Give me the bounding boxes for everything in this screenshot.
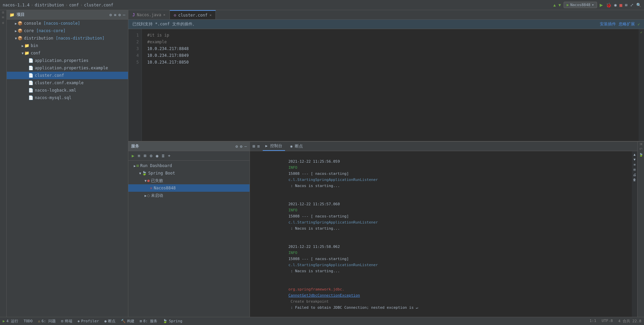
tree-label-conf-folder: conf — [31, 51, 41, 55]
close-icon-cluster-conf[interactable]: ✕ — [209, 13, 211, 17]
tree-item-app-prop[interactable]: 📄 application.properties — [7, 57, 128, 64]
breadcrumb-part2[interactable]: distribution — [35, 3, 64, 7]
tree-item-cluster-conf-example[interactable]: 📄 cluster.conf.example — [7, 79, 128, 87]
todo-label: TODO — [24, 319, 33, 323]
gutter-icon2[interactable]: ⊞ — [634, 168, 636, 171]
log-header: ⊞ ≡ ▶ 控制台 ◉ 断点 — [250, 142, 637, 151]
notification-bar: 已找到支持 *.conf 文件的插件。 安装插件 忽略扩展 ✓ — [128, 20, 644, 29]
right-icon-maven[interactable]: M — [639, 143, 643, 145]
toolbar-icon1[interactable]: ⊞ — [625, 3, 627, 7]
log-tab-breakpoints[interactable]: ◉ 断点 — [288, 142, 306, 150]
services-item-nacos8848[interactable]: ✕ Nacos8848 — [128, 184, 250, 192]
code-line-2: #example — [147, 39, 633, 45]
nacos8848-label: Nacos8848 — [154, 186, 176, 190]
nav-back-icon[interactable]: ▲ — [553, 3, 556, 7]
services-gear-icon[interactable]: ⚙ — [240, 144, 242, 149]
status-position: 1:1 — [590, 319, 596, 324]
services-toolbar-icon3[interactable]: ⚙ — [149, 153, 153, 159]
log-content[interactable]: 2021-12-22 11:25:56.059 INFO 15008 --- [… — [250, 151, 632, 317]
toolbar-icon2[interactable]: ⤢ — [630, 3, 634, 7]
tree-item-cluster-conf[interactable]: 📄 cluster.conf — [7, 72, 128, 79]
close-icon-nacos-java[interactable]: ✕ — [163, 13, 165, 17]
search-icon[interactable]: 🔍 — [636, 3, 641, 7]
stop-icon[interactable]: ■ — [619, 2, 622, 8]
services-item-not-started[interactable]: ▶ ○ 未启动 — [128, 192, 250, 199]
log-toolbar-btn1[interactable]: ⊞ — [253, 144, 255, 149]
cannot-get-jdbc-link[interactable]: CannotGetJdbcConnectionException — [288, 293, 360, 298]
run-with-coverage-icon[interactable]: ◉ — [614, 2, 617, 7]
gear-icon[interactable]: ⚙ — [119, 13, 121, 17]
sync-icon[interactable]: ⚙ — [109, 13, 112, 17]
status-profiler[interactable]: ◈ Profiler — [78, 319, 99, 323]
tree-item-app-prop-example[interactable]: 📄 application.properties.example — [7, 64, 128, 72]
tab-cluster-conf[interactable]: ⚙ cluster.conf ✕ — [170, 10, 216, 19]
scroll-up-icon[interactable]: ▲ — [634, 153, 636, 156]
status-spring[interactable]: 🍃 Spring — [163, 319, 182, 323]
log-line-4: org.springframework.jdbc. CannotGetJdbcC… — [253, 280, 629, 317]
tree-arrow-bin: ▶ — [22, 44, 24, 48]
ignore-extension-button[interactable]: 忽略扩展 — [619, 21, 635, 27]
code-area[interactable]: #it is ip #example 10.0.234.217:8848 10.… — [142, 29, 639, 141]
status-todo[interactable]: TODO — [24, 319, 33, 323]
log-tab-console[interactable]: ▶ 控制台 — [263, 142, 285, 151]
breadcrumb-part4[interactable]: cluster.conf — [84, 3, 113, 7]
tree-item-logback[interactable]: 📄 nacos-logback.xml — [7, 87, 128, 94]
services-toolbar-icon2[interactable]: ⊞ — [143, 153, 147, 159]
tree-label-app-prop-example: application.properties.example — [35, 66, 108, 70]
services-toolbar-icon1[interactable]: ≡ — [137, 153, 141, 159]
services-expand-icon[interactable]: ⚙ — [235, 144, 238, 149]
services-toolbar-icon5[interactable]: ≣ — [161, 153, 165, 159]
debug-icon[interactable]: 🐞 — [606, 2, 612, 8]
services-section: 服务 ⚙ ⚙ — ▶ ≡ ⊞ ⚙ ◉ ≣ + — [128, 142, 644, 317]
status-terminal[interactable]: ⊟ 终端 — [61, 319, 72, 324]
run-config-dropdown-icon[interactable]: ▾ — [592, 3, 594, 7]
gutter-icon1[interactable]: ≡ — [634, 163, 636, 166]
breadcrumb-part1[interactable]: nacos-1.1.4 — [3, 3, 29, 7]
status-build[interactable]: 🔨 构建 — [121, 319, 134, 324]
services-toolbar-icon6[interactable]: + — [167, 153, 171, 159]
right-icon-gradle[interactable]: G — [639, 148, 643, 150]
tab-nacos-java[interactable]: J Nacos.java ✕ — [128, 10, 170, 19]
right-icon-spring[interactable]: 🍃 — [639, 153, 643, 157]
status-run[interactable]: ▶ 4 运行 — [3, 319, 18, 324]
status-services[interactable]: ⊞ 8: 服务 — [140, 319, 158, 324]
status-breakpoints[interactable]: ◉ 断点 — [104, 319, 115, 324]
services-minimize-icon[interactable]: — — [244, 144, 247, 149]
run-button[interactable]: ▶ — [131, 153, 135, 159]
services-item-run-dashboard[interactable]: ▶ ⊞ Run Dashboard — [128, 162, 250, 169]
tree-item-console[interactable]: ▶ 📦 console [nacos-console] — [7, 20, 128, 27]
tree-label-mysql: nacos-mysql.sql — [35, 95, 71, 100]
tree-arrow-core: ▶ — [15, 29, 17, 33]
status-encoding[interactable]: UTF-8 — [602, 319, 613, 324]
tree-item-core[interactable]: ▶ 📦 core [nacos-core] — [7, 27, 128, 34]
log-toolbar: ⊞ ≡ — [253, 144, 260, 149]
spring-boot-label: Spring Boot — [148, 171, 175, 176]
install-plugin-button[interactable]: 安装插件 — [600, 21, 616, 27]
gutter-icon4[interactable]: 🗑 — [633, 178, 636, 182]
services-toolbar-icon4[interactable]: ◉ — [155, 153, 159, 159]
tree-item-bin[interactable]: ▶ 📁 bin — [7, 42, 128, 49]
minimize-icon[interactable]: — — [123, 13, 125, 17]
scroll-down-icon[interactable]: ▼ — [634, 158, 636, 161]
services-item-failed[interactable]: ▼ ● 已失败 — [128, 177, 250, 184]
run-status-icon: ▶ — [3, 319, 5, 323]
tree-item-mysql[interactable]: 📄 nacos-mysql.sql — [7, 94, 128, 101]
tree-arrow-conf-folder: ▼ — [22, 51, 24, 55]
log-toolbar-btn2[interactable]: ≡ — [257, 144, 260, 149]
run-config[interactable]: ▶ Nacos8848 ▾ — [564, 2, 597, 8]
gutter-icon3[interactable]: 🖨 — [633, 173, 636, 177]
collapse-all-icon[interactable]: ≡ — [114, 13, 116, 17]
left-icon-settings[interactable]: ⚙ — [1, 21, 5, 25]
left-icon-project[interactable]: ⊞ — [1, 11, 5, 14]
spring-boot-icon: 🍃 — [142, 171, 147, 176]
nav-forward-icon[interactable]: ▼ — [559, 3, 561, 7]
run-dashboard-arrow: ▶ — [134, 164, 136, 168]
left-icon-structure[interactable]: ≣ — [1, 16, 5, 18]
breadcrumb-part3[interactable]: conf — [69, 3, 79, 7]
services-item-spring-boot[interactable]: ▼ 🍃 Spring Boot — [128, 169, 250, 177]
status-problems[interactable]: ⚠ 6: 问题 — [38, 319, 56, 324]
tree-item-conf-folder[interactable]: ▼ 📁 conf — [7, 49, 128, 57]
tree-item-distribution[interactable]: ▼ 📦 distribution [nacos-distribution] — [7, 34, 128, 42]
file-icon-cluster-conf: 📄 — [28, 73, 33, 78]
run-icon[interactable]: ▶ — [600, 2, 603, 8]
